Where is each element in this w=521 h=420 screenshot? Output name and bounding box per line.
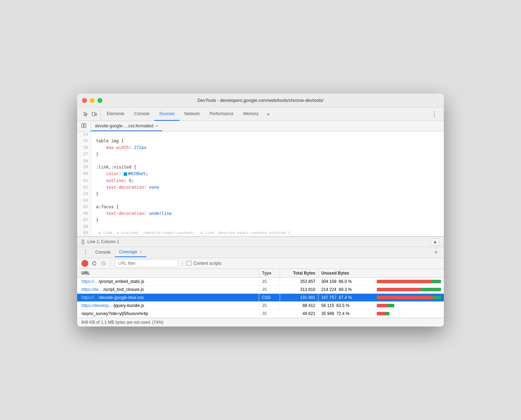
title-bar: DevTools - developers.google.com/web/too… (77, 93, 444, 107)
tab-console-drawer[interactable]: Console (91, 248, 115, 257)
status-bar: {} Line 1, Column 1 ▲ (77, 237, 444, 247)
code-line-67: 67 } (77, 217, 444, 224)
window-title: DevTools - developers.google.com/web/too… (197, 98, 323, 103)
row-bar-0 (374, 278, 444, 285)
minimize-button[interactable] (90, 98, 95, 103)
coverage-table-header: URL Type Total Bytes Unused Bytes (77, 269, 444, 278)
row-url-2: https://... /devsite-google-blue.css (77, 294, 259, 301)
row-type-3: JS (259, 302, 280, 309)
col-header-url: URL (77, 269, 259, 277)
code-line-63: 63 } (77, 191, 444, 197)
cursor-icon[interactable] (83, 111, 89, 117)
code-line-54: 54 (77, 132, 444, 138)
source-tab-close[interactable]: × (155, 123, 158, 128)
row-unused-1: 214 224 68.3 % (318, 286, 374, 293)
devtools-window: DevTools - developers.google.com/web/too… (77, 93, 444, 326)
source-filename: devsite-google-....css:formatted (95, 123, 153, 128)
record-button[interactable] (81, 260, 88, 267)
code-line-56: 56 max-width: 272px (77, 144, 444, 151)
devtools-tab-bar: Elements Console Sources Network Perform… (77, 107, 444, 121)
device-icon[interactable] (91, 111, 97, 117)
svg-rect-0 (92, 112, 95, 116)
row-bar-2 (374, 294, 444, 301)
row-type-0: JS (259, 278, 280, 285)
row-total-1: 313 810 (280, 286, 318, 293)
row-type-4: JS (259, 310, 280, 317)
code-line-66: 66 text-decoration: underline (77, 210, 444, 217)
coverage-row-4[interactable]: /async_survey?site=ylj5ifxusvvmr4p JS 49… (77, 310, 444, 318)
row-type-1: JS (259, 286, 280, 293)
coverage-toolbar: Content scripts (77, 258, 444, 269)
col-header-bar (374, 269, 444, 277)
source-file-tab[interactable]: devsite-google-....css:formatted × (91, 121, 162, 131)
row-url-0: https://... /prompt_embed_static.js (77, 278, 259, 285)
svg-rect-1 (95, 113, 97, 115)
close-drawer-button[interactable]: × (431, 247, 441, 257)
code-line-64: 64 (77, 197, 444, 204)
row-unused-2: 167 757 87.4 % (318, 294, 374, 301)
maximize-button[interactable] (97, 98, 102, 103)
clear-button[interactable] (100, 260, 107, 267)
row-bar-4 (374, 310, 444, 317)
row-unused-4: 35 948 72.4 % (318, 310, 374, 317)
row-total-2: 191 901 (280, 294, 318, 301)
drawer-menu-button[interactable]: ⋮ (80, 247, 91, 258)
coverage-row-3[interactable]: https://develop... /jquery-bundle.js JS … (77, 302, 444, 310)
row-total-3: 88 412 (280, 302, 318, 309)
svg-line-5 (102, 262, 104, 264)
reload-button[interactable] (91, 260, 97, 267)
traffic-lights (82, 98, 102, 103)
close-button[interactable] (82, 98, 87, 103)
row-bar-1 (374, 286, 444, 293)
coverage-footer: 848 KB of 1.1 MB bytes are not used. (74… (77, 318, 444, 327)
col-header-type: Type (259, 269, 280, 277)
format-icon[interactable]: {} (81, 239, 85, 245)
row-unused-0: 304 158 86.0 % (318, 278, 374, 285)
tab-network[interactable]: Network (179, 107, 205, 121)
coverage-row-1[interactable]: https://de... /script_foot_closure.js JS… (77, 286, 444, 294)
bottom-tab-bar: ⋮ Console Coverage × × (77, 247, 444, 258)
row-bar-3 (374, 302, 444, 309)
content-scripts-checkbox[interactable] (187, 261, 191, 265)
tab-performance[interactable]: Performance (205, 107, 239, 121)
content-scripts-label: Content scripts (187, 261, 221, 266)
code-line-68: 68 (77, 224, 444, 230)
scroll-to-top-button[interactable]: ▲ (431, 238, 440, 245)
code-editor[interactable]: 54 55 table img { 56 max-width: 272px 57… (77, 132, 444, 236)
bottom-panel: ⋮ Console Coverage × × (77, 247, 444, 327)
code-line-59: 59 :link,:visited { (77, 164, 444, 171)
url-filter-input[interactable] (115, 260, 178, 267)
code-line-57: 57 } (77, 151, 444, 158)
tab-elements[interactable]: Elements (102, 107, 129, 121)
col-header-total: Total Bytes (280, 269, 318, 277)
coverage-row-0[interactable]: https://... /prompt_embed_static.js JS 3… (77, 278, 444, 286)
coverage-table: URL Type Total Bytes Unused Bytes https:… (77, 269, 444, 327)
row-total-0: 353 857 (280, 278, 318, 285)
row-url-4: /async_survey?site=ylj5ifxusvvmr4p (77, 310, 259, 317)
toolbar-separator (111, 261, 111, 266)
row-url-3: https://develop... /jquery-bundle.js (77, 302, 259, 309)
svg-rect-2 (82, 123, 83, 128)
code-line-60: 60 color: #039be5; (77, 171, 444, 177)
coverage-tab-close[interactable]: × (140, 250, 142, 254)
code-line-58: 58 (77, 158, 444, 164)
tab-console[interactable]: Console (129, 107, 154, 121)
cursor-position: Line 1, Column 1 (87, 239, 119, 244)
code-line-61: 61 outline: 0; (77, 178, 444, 184)
code-line-65: 65 a:focus { (77, 204, 444, 210)
tab-coverage[interactable]: Coverage × (115, 247, 146, 257)
row-total-4: 49 621 (280, 310, 318, 317)
more-tabs-button[interactable]: » (263, 107, 273, 121)
source-tab-bar: devsite-google-....css:formatted × (77, 121, 444, 132)
row-url-1: https://de... /script_foot_closure.js (77, 286, 259, 293)
code-line-62: 62 text-decoration: none (77, 184, 444, 191)
toolbar-separator-2 (182, 261, 183, 266)
svg-rect-3 (84, 123, 86, 128)
devtools-menu-button[interactable]: ⋮ (428, 107, 441, 121)
coverage-row-2[interactable]: https://... /devsite-google-blue.css CSS… (77, 294, 444, 302)
source-panel-toggle[interactable] (77, 121, 91, 131)
col-header-unused: Unused Bytes (318, 269, 374, 277)
devtools-icon-group (80, 107, 101, 121)
tab-memory[interactable]: Memory (239, 107, 263, 121)
tab-sources[interactable]: Sources (154, 107, 179, 121)
